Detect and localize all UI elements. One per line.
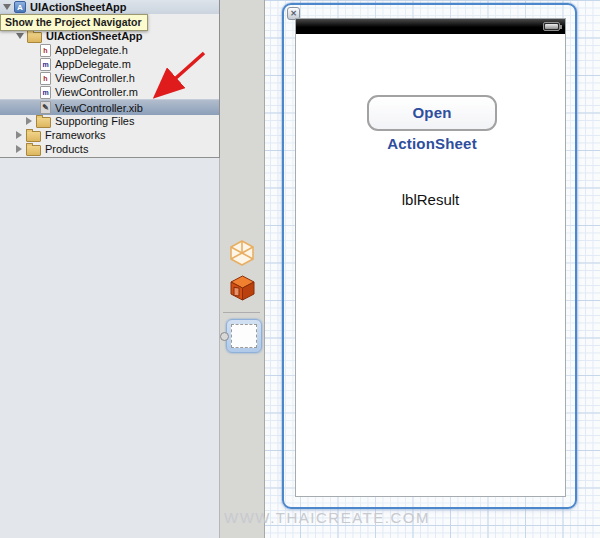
lblresult-label[interactable]: lblResult <box>296 191 565 211</box>
group-label: Products <box>45 143 88 155</box>
group-row-frameworks[interactable]: Frameworks <box>0 128 219 142</box>
file-label: ViewController.m <box>55 86 138 98</box>
file-row-appdelegate-h[interactable]: h AppDelegate.h <box>0 43 219 57</box>
connector-knob-icon <box>220 332 229 341</box>
implementation-file-icon: m <box>40 86 51 99</box>
file-row-appdelegate-m[interactable]: m AppDelegate.m <box>0 57 219 71</box>
header-file-icon: h <box>40 72 51 85</box>
disclosure-right-icon[interactable] <box>26 117 32 125</box>
files-owner-cube-icon[interactable] <box>228 239 256 267</box>
ib-dock-strip <box>220 0 265 538</box>
tooltip-show-project-navigator: Show the Project Navigator <box>0 14 148 31</box>
file-label: ViewController.h <box>55 72 135 84</box>
status-bar <box>296 19 565 34</box>
disclosure-down-icon[interactable] <box>16 33 24 39</box>
navigator-empty-area <box>0 158 220 538</box>
view-thumbnail <box>231 324 257 348</box>
folder-icon <box>27 32 42 43</box>
view-object-icon[interactable] <box>226 319 262 353</box>
xcode-project-icon: A <box>14 1 26 13</box>
header-file-icon: h <box>40 44 51 57</box>
file-row-viewcontroller-xib[interactable]: ✎ ViewController.xib <box>0 99 219 115</box>
folder-icon <box>36 117 51 128</box>
disclosure-right-icon[interactable] <box>16 145 22 153</box>
file-row-viewcontroller-h[interactable]: h ViewController.h <box>0 71 219 85</box>
project-root-label: UIActionSheetApp <box>30 1 127 13</box>
project-navigator-panel: A UIActionSheetApp UIActionSheetApp h Ap… <box>0 0 220 158</box>
implementation-file-icon: m <box>40 58 51 71</box>
disclosure-down-icon[interactable] <box>3 4 11 10</box>
group-row-supporting-files[interactable]: Supporting Files <box>0 114 219 128</box>
xib-file-icon: ✎ <box>40 101 51 114</box>
iphone-screen[interactable]: Open ActionSheet lblResult <box>295 18 566 497</box>
group-row-products[interactable]: Products <box>0 142 219 156</box>
dock-divider <box>223 312 260 313</box>
group-label: Supporting Files <box>55 115 135 127</box>
file-label: AppDelegate.h <box>55 44 128 56</box>
group-label: Frameworks <box>45 129 106 141</box>
file-label: ViewController.xib <box>55 102 143 114</box>
folder-icon <box>26 131 41 142</box>
group-label: UIActionSheetApp <box>46 30 143 42</box>
open-actionsheet-button[interactable]: Open ActionSheet <box>367 95 497 131</box>
disclosure-right-icon[interactable] <box>16 131 22 139</box>
file-label: AppDelegate.m <box>55 58 131 70</box>
first-responder-cube-icon[interactable] <box>228 274 257 302</box>
watermark-text: WWW.THAICREATE.COM <box>224 509 430 526</box>
folder-icon <box>26 145 41 156</box>
file-row-viewcontroller-m[interactable]: m ViewController.m <box>0 85 219 99</box>
group-row-uiactionsheetapp[interactable]: UIActionSheetApp <box>0 29 219 43</box>
ib-view-window[interactable]: ✕ Open ActionSheet lblResult <box>282 3 577 509</box>
project-root-row[interactable]: A UIActionSheetApp <box>0 0 219 14</box>
battery-icon <box>543 22 560 31</box>
